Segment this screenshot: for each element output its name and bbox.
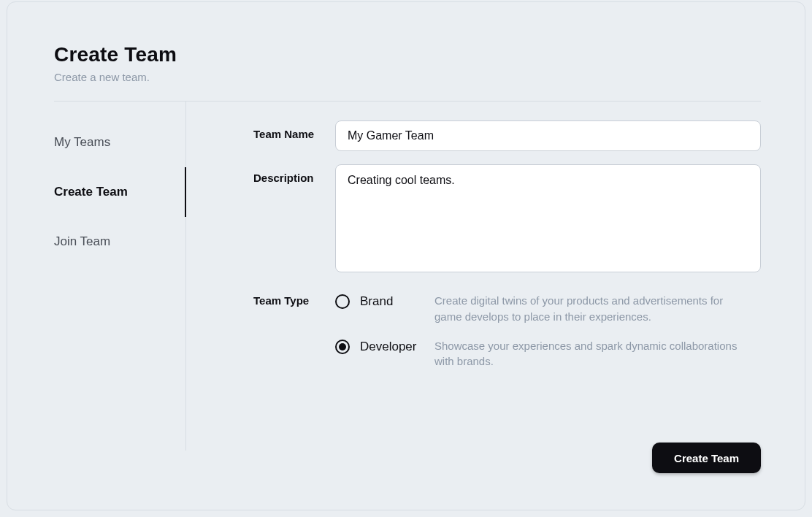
- create-team-panel: Create Team Create a new team. My Teams …: [7, 1, 805, 510]
- page-title: Create Team: [54, 43, 761, 66]
- page-subtitle: Create a new team.: [54, 71, 761, 83]
- footer-actions: Create Team: [652, 443, 761, 473]
- sidebar-item-create-team[interactable]: Create Team: [54, 167, 185, 217]
- team-type-radio-group: Brand Create digital twins of your produ…: [335, 291, 761, 369]
- content-area: My Teams Create Team Join Team Team Name…: [54, 102, 761, 451]
- sidebar-nav: My Teams Create Team Join Team: [54, 102, 186, 451]
- radio-desc-brand: Create digital twins of your products an…: [434, 293, 748, 325]
- sidebar-item-label: My Teams: [54, 135, 110, 150]
- radio-option-developer: Developer Showcase your experiences and …: [335, 338, 761, 370]
- description-input[interactable]: [335, 164, 761, 272]
- form-area: Team Name Description Team Type: [186, 102, 761, 451]
- team-name-input[interactable]: [335, 120, 761, 151]
- sidebar-item-label: Join Team: [54, 234, 110, 249]
- row-description: Description: [253, 164, 761, 275]
- sidebar-item-label: Create Team: [54, 185, 128, 199]
- label-team-type: Team Type: [253, 291, 335, 369]
- radio-label-developer: Developer: [360, 340, 417, 354]
- sidebar-item-join-team[interactable]: Join Team: [54, 217, 185, 267]
- row-team-type: Team Type Brand Create digital twins of …: [253, 291, 761, 369]
- radio-developer[interactable]: Developer: [335, 338, 424, 354]
- create-team-button[interactable]: Create Team: [652, 443, 761, 473]
- radio-label-brand: Brand: [360, 294, 393, 309]
- radio-icon: [335, 294, 350, 309]
- sidebar-item-my-teams[interactable]: My Teams: [54, 118, 185, 167]
- row-team-name: Team Name: [253, 120, 761, 151]
- panel-header: Create Team Create a new team.: [54, 43, 761, 83]
- label-description: Description: [253, 164, 335, 275]
- radio-option-brand: Brand Create digital twins of your produ…: [335, 293, 761, 325]
- radio-icon: [335, 340, 350, 354]
- label-team-name: Team Name: [253, 120, 335, 151]
- radio-desc-developer: Showcase your experiences and spark dyna…: [434, 338, 748, 370]
- radio-brand[interactable]: Brand: [335, 293, 424, 309]
